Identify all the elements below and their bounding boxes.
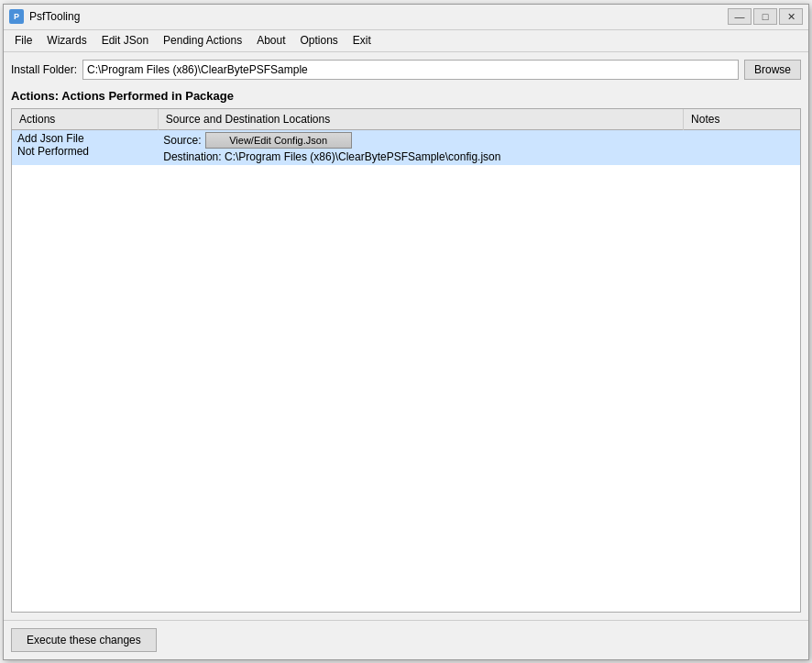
main-window: P PsfTooling — □ ✕ File Wizards Edit JSo… bbox=[3, 4, 809, 660]
menu-options[interactable]: Options bbox=[292, 32, 345, 49]
maximize-button[interactable]: □ bbox=[753, 8, 777, 25]
menu-wizards[interactable]: Wizards bbox=[39, 32, 93, 49]
app-icon: P bbox=[9, 9, 24, 24]
menu-bar: File Wizards Edit JSon Pending Actions A… bbox=[4, 30, 808, 52]
table-row: Add Json File Not Performed Source: View… bbox=[12, 129, 800, 165]
col-header-source-dest: Source and Destination Locations bbox=[158, 109, 683, 130]
install-folder-row: Install Folder: Browse bbox=[11, 60, 801, 80]
actions-table: Actions Source and Destination Locations… bbox=[12, 109, 800, 165]
menu-edit-json[interactable]: Edit JSon bbox=[94, 32, 156, 49]
source-dest-cell: Source: View/Edit Config.Json Destinatio… bbox=[158, 129, 683, 165]
col-header-actions: Actions bbox=[12, 109, 158, 130]
table-header-row: Actions Source and Destination Locations… bbox=[12, 109, 800, 130]
view-edit-button[interactable]: View/Edit Config.Json bbox=[205, 132, 352, 149]
minimize-button[interactable]: — bbox=[728, 8, 752, 25]
notes-cell bbox=[684, 129, 800, 165]
destination-label: Destination: bbox=[163, 150, 221, 163]
menu-file[interactable]: File bbox=[7, 32, 39, 49]
source-row: Source: View/Edit Config.Json bbox=[163, 132, 677, 149]
browse-button[interactable]: Browse bbox=[744, 60, 801, 80]
menu-pending-actions[interactable]: Pending Actions bbox=[156, 32, 249, 49]
install-folder-label: Install Folder: bbox=[11, 63, 77, 76]
destination-path: C:\Program Files (x86)\ClearBytePSFSampl… bbox=[225, 150, 500, 163]
table-container: Actions Source and Destination Locations… bbox=[11, 108, 801, 613]
col-header-notes: Notes bbox=[684, 109, 800, 130]
install-folder-input[interactable] bbox=[82, 60, 739, 80]
section-title: Actions: Actions Performed in Package bbox=[11, 89, 801, 103]
destination-row: Destination: C:\Program Files (x86)\Clea… bbox=[163, 150, 677, 163]
action-status: Not Performed bbox=[17, 145, 152, 158]
window-title: PsfTooling bbox=[29, 10, 80, 23]
source-label: Source: bbox=[163, 134, 201, 147]
close-button[interactable]: ✕ bbox=[779, 8, 803, 25]
bottom-bar: Execute these changes bbox=[4, 620, 808, 659]
title-bar-controls: — □ ✕ bbox=[728, 8, 803, 25]
menu-exit[interactable]: Exit bbox=[346, 32, 379, 49]
content-area: Install Folder: Browse Actions: Actions … bbox=[4, 52, 808, 620]
title-bar: P PsfTooling — □ ✕ bbox=[4, 5, 808, 30]
menu-about[interactable]: About bbox=[249, 32, 292, 49]
execute-button[interactable]: Execute these changes bbox=[11, 628, 157, 652]
action-cell: Add Json File Not Performed bbox=[12, 129, 158, 165]
title-bar-left: P PsfTooling bbox=[9, 9, 80, 24]
action-name: Add Json File bbox=[17, 132, 152, 145]
